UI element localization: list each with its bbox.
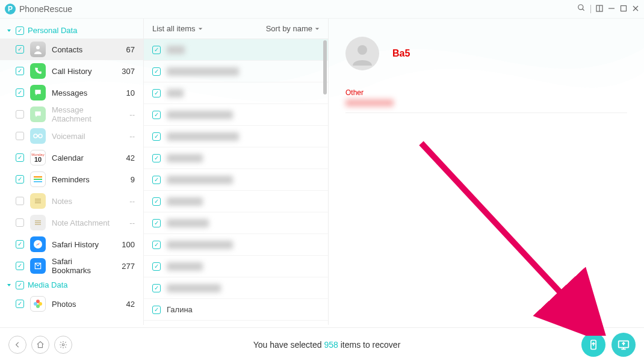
item-count: -- — [117, 197, 137, 206]
list-item[interactable] — [144, 277, 328, 299]
item-label: Messages — [52, 88, 111, 97]
row-text-redacted — [167, 219, 209, 227]
recover-to-device-button[interactable] — [581, 333, 605, 357]
contact-name: Ba5 — [392, 48, 410, 59]
svg-point-0 — [578, 5, 583, 10]
recover-to-computer-button[interactable] — [611, 333, 636, 357]
item-list[interactable]: Галина — [144, 39, 328, 325]
item-checkbox[interactable] — [16, 110, 24, 119]
minimize-icon[interactable] — [608, 4, 615, 14]
list-item[interactable] — [144, 147, 328, 169]
row-checkbox[interactable] — [152, 241, 161, 249]
row-checkbox[interactable] — [152, 219, 161, 227]
section-label: Media Data — [28, 280, 67, 289]
list-item[interactable] — [144, 82, 328, 104]
sidebar-item-call[interactable]: Call History307 — [0, 60, 143, 82]
row-checkbox[interactable] — [152, 89, 161, 97]
list-item[interactable]: Галина — [144, 299, 328, 321]
separator — [590, 5, 591, 13]
sidebar-item-safari[interactable]: Safari History100 — [0, 233, 143, 255]
row-text-redacted — [167, 241, 233, 249]
row-checkbox[interactable] — [152, 306, 161, 314]
section-media-data[interactable]: Media Data — [0, 277, 143, 293]
window-layout-icon[interactable] — [596, 4, 603, 14]
row-checkbox[interactable] — [152, 284, 161, 292]
home-button[interactable] — [31, 336, 49, 354]
item-label: Contacts — [52, 45, 111, 54]
item-checkbox[interactable] — [16, 218, 24, 227]
sort-dropdown[interactable]: Sort by name — [266, 24, 320, 33]
item-label: Message Attachment — [52, 105, 111, 123]
row-checkbox[interactable] — [152, 262, 161, 271]
row-text-redacted — [167, 111, 233, 119]
item-checkbox[interactable] — [16, 132, 24, 140]
settings-button[interactable] — [54, 336, 72, 354]
noteatt-icon — [30, 215, 46, 230]
sidebar-item-rem[interactable]: Reminders9 — [0, 168, 143, 190]
maximize-icon[interactable] — [620, 4, 627, 14]
row-checkbox[interactable] — [152, 111, 161, 119]
row-checkbox[interactable] — [152, 132, 161, 141]
item-count: 277 — [117, 262, 137, 271]
item-checkbox[interactable] — [16, 300, 24, 308]
item-checkbox[interactable] — [16, 45, 24, 54]
row-checkbox[interactable] — [152, 154, 161, 162]
item-checkbox[interactable] — [16, 240, 24, 248]
msg-icon — [30, 85, 46, 100]
row-checkbox[interactable] — [152, 46, 161, 54]
back-button[interactable] — [8, 336, 26, 354]
svg-point-22 — [34, 302, 37, 306]
item-checkbox[interactable] — [16, 175, 24, 184]
section-personal-data[interactable]: Personal Data — [0, 22, 143, 39]
item-count: -- — [117, 110, 137, 119]
svg-line-1 — [583, 9, 584, 11]
row-checkbox[interactable] — [152, 176, 161, 184]
search-icon[interactable] — [577, 4, 586, 14]
item-label: Safari Bookmarks — [52, 257, 111, 275]
list-item[interactable] — [144, 104, 328, 126]
filter-dropdown[interactable]: List all items — [152, 24, 203, 33]
item-checkbox[interactable] — [16, 153, 24, 162]
scrollbar-thumb[interactable] — [323, 40, 327, 94]
list-item[interactable] — [144, 61, 328, 82]
item-count: 10 — [117, 88, 137, 97]
list-item[interactable] — [144, 126, 328, 147]
titlebar: P PhoneRescue — [0, 0, 644, 18]
row-text-redacted — [167, 154, 203, 162]
sidebar-item-cal[interactable]: Monday10Calendar42 — [0, 147, 143, 168]
svg-point-9 — [34, 134, 37, 138]
sidebar-item-msg[interactable]: Messages10 — [0, 82, 143, 103]
list-item[interactable] — [144, 212, 328, 234]
sidebar: Personal Data Contacts67Call History307M… — [0, 19, 143, 325]
close-icon[interactable] — [632, 4, 639, 14]
item-checkbox[interactable] — [16, 262, 24, 270]
section-label: Personal Data — [28, 26, 77, 35]
list-item[interactable] — [144, 169, 328, 191]
item-count: 307 — [117, 67, 137, 76]
row-text-redacted — [167, 176, 233, 184]
detail-panel: Ba5 Other — [329, 19, 644, 325]
row-checkbox[interactable] — [152, 67, 161, 76]
list-item[interactable] — [144, 234, 328, 256]
section-checkbox[interactable] — [16, 26, 24, 35]
sidebar-item-contacts[interactable]: Contacts67 — [0, 39, 143, 60]
app-logo-icon: P — [5, 4, 16, 14]
item-checkbox[interactable] — [16, 88, 24, 97]
item-label: Calendar — [52, 153, 111, 162]
row-text-redacted — [167, 197, 203, 206]
sidebar-item-bookmark[interactable]: Safari Bookmarks277 — [0, 255, 143, 277]
row-checkbox[interactable] — [152, 197, 161, 206]
section-checkbox[interactable] — [16, 281, 24, 289]
item-count: 9 — [117, 175, 137, 184]
list-item[interactable] — [144, 39, 328, 61]
sort-label: Sort by name — [266, 24, 312, 33]
avatar — [345, 37, 379, 70]
field-value-redacted — [345, 99, 394, 106]
item-checkbox[interactable] — [16, 197, 24, 205]
item-label: Note Attachment — [52, 218, 111, 227]
list-item[interactable] — [144, 256, 328, 277]
row-text-redacted — [167, 89, 184, 97]
item-checkbox[interactable] — [16, 67, 24, 75]
sidebar-item-photos[interactable]: Photos42 — [0, 293, 143, 315]
list-item[interactable] — [144, 191, 328, 212]
